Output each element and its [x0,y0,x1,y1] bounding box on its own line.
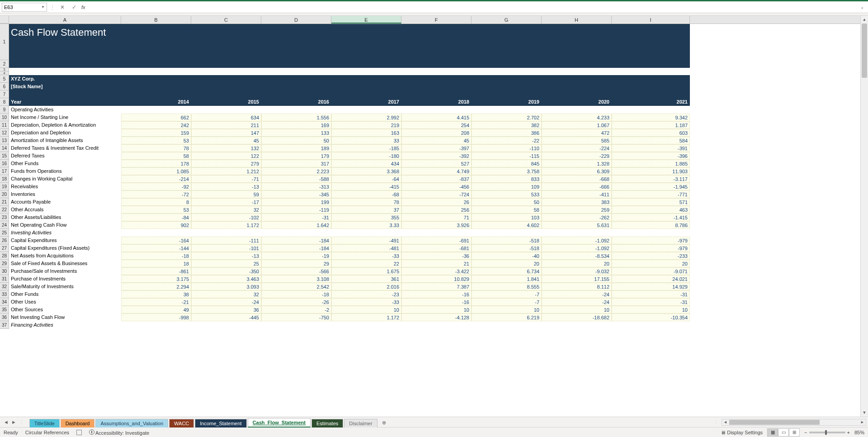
row-header[interactable]: 28 [0,252,9,260]
row-header[interactable]: 6 [0,83,9,90]
accept-formula-icon[interactable]: ✓ [70,4,79,10]
value-cell[interactable]: 29 [261,260,331,267]
value-cell[interactable]: -31 [261,214,331,221]
formula-input[interactable] [88,3,855,12]
value-cell[interactable]: 208 [401,129,472,137]
col-header-B[interactable]: B [121,16,191,24]
value-cell[interactable]: 78 [121,144,191,152]
value-cell[interactable]: 1.212 [191,167,261,175]
value-cell[interactable]: -184 [261,237,331,244]
value-cell[interactable]: -24 [191,298,261,306]
value-cell[interactable]: -411 [542,190,612,198]
zoom-in-icon[interactable]: + [847,430,850,435]
row-header[interactable]: 12 [0,129,9,137]
row-header[interactable]: 36 [0,314,9,321]
row-header[interactable]: 26 [0,237,9,244]
value-cell[interactable]: 279 [191,160,261,167]
value-cell[interactable]: 2.223 [261,167,331,175]
value-cell[interactable]: -19 [261,252,331,260]
tab-disclaimer[interactable]: Disclaimer [344,419,377,428]
value-cell[interactable]: 317 [261,160,331,167]
value-cell[interactable]: 463 [612,206,690,214]
value-cell[interactable]: -979 [612,244,690,252]
value-cell[interactable]: -184 [261,244,331,252]
value-cell[interactable]: 2.016 [331,283,401,290]
new-sheet-icon[interactable]: ⊕ [378,418,390,427]
value-cell[interactable]: 211 [191,121,261,129]
value-cell[interactable]: 169 [261,121,331,129]
value-cell[interactable]: 20 [542,260,612,267]
value-cell[interactable]: -31 [612,290,690,298]
horizontal-scrollbar[interactable]: ◄ ► [722,419,866,426]
row-header[interactable]: 11 [0,121,9,129]
value-cell[interactable]: -396 [612,152,690,160]
row-header[interactable]: 22 [0,206,9,214]
tab-wacc[interactable]: WACC [169,419,194,428]
value-cell[interactable]: 8.112 [542,283,612,290]
value-cell[interactable]: -837 [401,175,472,183]
row-header[interactable]: 3 [0,68,9,71]
value-cell[interactable]: 1.172 [331,314,401,321]
value-cell[interactable]: 585 [542,137,612,144]
value-cell[interactable]: -40 [472,252,542,260]
row-header[interactable]: 8 [0,98,9,106]
value-cell[interactable]: 8 [121,198,191,206]
value-cell[interactable]: 355 [331,214,401,221]
scroll-up-icon[interactable]: ▲ [861,16,868,24]
scroll-track[interactable] [861,24,868,409]
value-cell[interactable]: 32 [191,206,261,214]
tab-dashboard[interactable]: Dashboard [61,419,95,428]
col-header-F[interactable]: F [401,16,472,24]
value-cell[interactable]: -64 [331,175,401,183]
value-cell[interactable]: -771 [612,190,690,198]
value-cell[interactable]: 53 [121,137,191,144]
row-header[interactable]: 23 [0,214,9,221]
value-cell[interactable]: -110 [472,144,542,152]
tab-estimates[interactable]: Estimates [311,419,343,428]
value-cell[interactable]: 2.992 [331,114,401,121]
value-cell[interactable]: -392 [401,152,472,160]
value-cell[interactable]: -164 [121,237,191,244]
row-header[interactable]: 4 [0,71,9,75]
view-normal-icon[interactable]: ▦ [767,428,778,437]
select-all-corner[interactable] [0,16,9,24]
value-cell[interactable]: 122 [191,152,261,160]
formula-bar-expand-icon[interactable]: ⌄ [858,5,866,10]
row-header[interactable]: 29 [0,260,9,267]
tab-title-slide[interactable]: TitleSlide [29,419,60,428]
value-cell[interactable]: -119 [261,206,331,214]
row-header[interactable]: 35 [0,306,9,314]
value-cell[interactable]: -92 [121,183,191,190]
value-cell[interactable]: -16 [401,290,472,298]
value-cell[interactable]: -18 [261,290,331,298]
value-cell[interactable]: 584 [612,137,690,144]
value-cell[interactable]: -588 [261,175,331,183]
value-cell[interactable]: 527 [401,160,472,167]
value-cell[interactable]: -17 [191,198,261,206]
value-cell[interactable]: 242 [121,121,191,129]
value-cell[interactable]: 45 [191,137,261,144]
value-cell[interactable]: -214 [121,175,191,183]
view-page-layout-icon[interactable]: ▭ [778,428,789,437]
scroll-left-icon[interactable]: ◄ [722,419,729,425]
value-cell[interactable]: 179 [261,152,331,160]
value-cell[interactable]: -2 [261,306,331,314]
display-settings-button[interactable]: 🖥 Display Settings [721,430,763,435]
value-cell[interactable]: 26 [401,198,472,206]
value-cell[interactable]: 382 [472,121,542,129]
row-header[interactable]: 27 [0,244,9,252]
value-cell[interactable]: -115 [472,152,542,160]
value-cell[interactable]: 1.841 [472,275,542,283]
value-cell[interactable]: 159 [121,129,191,137]
status-accessibility[interactable]: Accessibility: Investigate [89,429,149,436]
value-cell[interactable]: -1.945 [612,183,690,190]
value-cell[interactable]: 1.675 [331,267,401,275]
zoom-slider[interactable]: − + [804,430,850,435]
value-cell[interactable]: 133 [261,129,331,137]
sheet-nav-prev-icon[interactable]: ◄ [4,419,9,425]
col-header-G[interactable]: G [472,16,542,24]
value-cell[interactable]: -9.032 [542,267,612,275]
value-cell[interactable]: 20 [472,260,542,267]
value-cell[interactable]: 4.233 [542,114,612,121]
value-cell[interactable]: 50 [472,198,542,206]
